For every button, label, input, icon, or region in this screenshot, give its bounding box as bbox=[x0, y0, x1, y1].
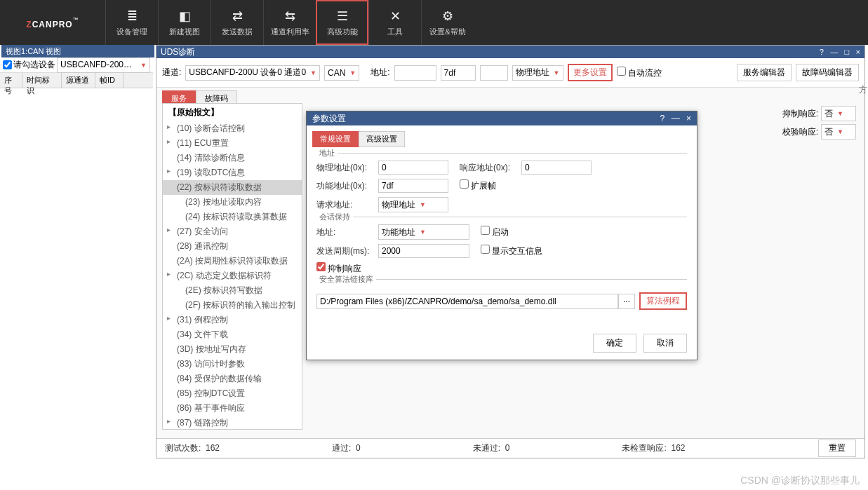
topbar-label: 通道利用率 bbox=[271, 27, 309, 37]
resp-addr-input[interactable] bbox=[521, 161, 592, 175]
tree-header: 【原始报文】 bbox=[163, 104, 302, 121]
suppress-resp-checkbox[interactable]: 抑制响应 bbox=[316, 262, 361, 275]
app-logo: ZCANPRO™ bbox=[0, 0, 105, 45]
device-filter-row: 请勾选设备 USBCANFD-200U 设备0 通道0▼ bbox=[0, 57, 153, 73]
tree-item-2[interactable]: (14) 清除诊断信息 bbox=[163, 151, 302, 165]
session-addr-select[interactable]: 功能地址▼ bbox=[378, 224, 469, 240]
service-editor-button[interactable]: 服务编辑器 bbox=[737, 64, 792, 81]
func-addr-input[interactable] bbox=[378, 179, 448, 193]
channel-select[interactable]: USBCANFD-200U 设备0 通道0▼ bbox=[185, 65, 320, 81]
topbar-label: 工具 bbox=[387, 27, 403, 37]
topbar-label: 发送数据 bbox=[222, 27, 253, 37]
suppress-response-select[interactable]: 否▼ bbox=[821, 106, 856, 121]
topbar-btn-5[interactable]: ✕工具 bbox=[368, 0, 421, 45]
algo-example-button[interactable]: 算法例程 bbox=[639, 292, 687, 310]
topbar-icon: ⇆ bbox=[285, 8, 295, 24]
req-addr-select[interactable]: 物理地址▼ bbox=[378, 197, 448, 212]
help-icon[interactable]: ? bbox=[820, 48, 824, 56]
col-index: 序号 bbox=[0, 73, 22, 88]
maximize-icon[interactable]: □ bbox=[845, 48, 850, 56]
verify-response-row: 校验响应: 否▼ bbox=[782, 124, 856, 139]
tree-item-6[interactable]: (24) 按标识符读取换算数据 bbox=[163, 210, 302, 224]
topbar-btn-1[interactable]: ◧新建视图 bbox=[158, 0, 211, 45]
close-icon[interactable]: × bbox=[856, 48, 860, 56]
ok-button[interactable]: 确定 bbox=[593, 334, 636, 353]
addr-type-select[interactable]: 物理地址▼ bbox=[512, 65, 563, 81]
show-interact-checkbox[interactable]: 显示交互信息 bbox=[481, 245, 542, 257]
dll-path-input[interactable] bbox=[316, 294, 618, 309]
topbar-btn-4[interactable]: ☰高级功能 bbox=[316, 0, 368, 45]
device-filter-checkbox[interactable] bbox=[3, 60, 12, 69]
browse-button[interactable]: ... bbox=[618, 294, 635, 309]
tab-advanced-settings[interactable]: 高级设置 bbox=[359, 131, 405, 147]
protocol-select[interactable]: CAN▼ bbox=[324, 65, 359, 81]
phys-addr-input[interactable] bbox=[378, 161, 448, 175]
uds-toolbar: 通道: USBCANFD-200U 设备0 通道0▼ CAN▼ 地址: 物理地址… bbox=[156, 58, 864, 88]
top-toolbar: ZCANPRO™ ≣设备管理◧新建视图⇄发送数据⇆通道利用率☰高级功能✕工具⚙设… bbox=[0, 0, 868, 45]
side-tab[interactable]: 方 bbox=[858, 84, 868, 96]
topbar-icon: ⇄ bbox=[232, 8, 243, 24]
tree-item-18[interactable]: (85) 控制DTC设置 bbox=[163, 386, 302, 401]
start-checkbox[interactable]: 启动 bbox=[481, 226, 509, 238]
topbar-btn-3[interactable]: ⇆通道利用率 bbox=[263, 0, 316, 45]
topbar-label: 新建视图 bbox=[169, 27, 200, 37]
addr-label: 地址: bbox=[370, 67, 389, 79]
view-title-bar: 视图1:CAN 视图 bbox=[1, 45, 154, 57]
left-panel: 请勾选设备 USBCANFD-200U 设备0 通道0▼ 序号 时间标识 源通道… bbox=[0, 57, 153, 88]
tree-item-7[interactable]: (27) 安全访问 bbox=[163, 224, 302, 239]
uds-status-bar: 测试次数: 162 通过: 0 未通过: 0 未检查响应: 162 重置 bbox=[156, 438, 864, 458]
addr-input-2[interactable] bbox=[441, 65, 476, 81]
dialog-title-bar[interactable]: 参数设置 ? — × bbox=[307, 111, 697, 125]
topbar-label: 高级功能 bbox=[327, 27, 358, 37]
minimize-icon[interactable]: — bbox=[830, 48, 838, 56]
dialog-close-icon[interactable]: × bbox=[686, 114, 691, 123]
verify-response-select[interactable]: 否▼ bbox=[821, 124, 856, 139]
dialog-help-icon[interactable]: ? bbox=[660, 114, 665, 123]
tree-item-15[interactable]: (3D) 按地址写内存 bbox=[163, 342, 302, 357]
topbar-btn-2[interactable]: ⇄发送数据 bbox=[211, 0, 263, 45]
auto-flow-checkbox[interactable]: 自动流控 bbox=[617, 67, 662, 79]
tree-item-10[interactable]: (2C) 动态定义数据标识符 bbox=[163, 268, 302, 283]
tree-item-12[interactable]: (2F) 按标识符的输入输出控制 bbox=[163, 298, 302, 313]
period-input[interactable] bbox=[378, 244, 469, 258]
dtc-editor-button[interactable]: 故障码编辑器 bbox=[796, 64, 859, 81]
addr-input-1[interactable] bbox=[394, 65, 436, 81]
dialog-minimize-icon[interactable]: — bbox=[672, 114, 680, 123]
topbar-btn-6[interactable]: ⚙设置&帮助 bbox=[421, 0, 474, 45]
uds-title-bar: UDS诊断 ? — □ × bbox=[156, 46, 864, 58]
tree-item-3[interactable]: (19) 读取DTC信息 bbox=[163, 165, 302, 180]
tree-item-5[interactable]: (23) 按地址读取内容 bbox=[163, 195, 302, 210]
service-tree[interactable]: 【原始报文】 (10) 诊断会话控制(11) ECU重置(14) 清除诊断信息(… bbox=[162, 103, 302, 430]
tree-item-0[interactable]: (10) 诊断会话控制 bbox=[163, 121, 302, 136]
channel-label: 通道: bbox=[162, 67, 181, 79]
tab-basic-settings[interactable]: 常规设置 bbox=[312, 131, 359, 147]
tree-item-4[interactable]: (22) 按标识符读取数据 bbox=[163, 180, 302, 195]
topbar-icon: ⚙ bbox=[442, 8, 453, 24]
tree-item-17[interactable]: (84) 受保护的数据传输 bbox=[163, 372, 302, 386]
tree-item-8[interactable]: (28) 通讯控制 bbox=[163, 239, 302, 254]
tree-item-14[interactable]: (34) 文件下载 bbox=[163, 327, 302, 342]
topbar-icon: ◧ bbox=[179, 8, 191, 24]
tree-item-1[interactable]: (11) ECU重置 bbox=[163, 136, 302, 151]
addr-input-3[interactable] bbox=[480, 65, 508, 81]
ext-frame-checkbox[interactable]: 扩展帧 bbox=[460, 179, 496, 192]
cancel-button[interactable]: 取消 bbox=[643, 334, 687, 353]
watermark: CSDN @诊断协议那些事儿 bbox=[740, 475, 860, 487]
device-filter-select[interactable]: USBCANFD-200U 设备0 通道0▼ bbox=[57, 57, 150, 73]
tree-item-19[interactable]: (86) 基于事件响应 bbox=[163, 401, 302, 416]
topbar-btn-0[interactable]: ≣设备管理 bbox=[105, 0, 158, 45]
topbar-icon: ≣ bbox=[127, 8, 138, 24]
reset-button[interactable]: 重置 bbox=[818, 440, 856, 457]
tree-item-13[interactable]: (31) 例程控制 bbox=[163, 313, 302, 327]
tree-item-11[interactable]: (2E) 按标识符写数据 bbox=[163, 283, 302, 298]
topbar-icon: ✕ bbox=[390, 8, 401, 24]
suppress-response-row: 抑制响应: 否▼ bbox=[782, 106, 856, 121]
topbar-icon: ☰ bbox=[337, 8, 348, 24]
tree-item-16[interactable]: (83) 访问计时参数 bbox=[163, 357, 302, 372]
group-algo: 安全算法链接库 ... 算法例程 bbox=[316, 279, 687, 310]
topbar-label: 设备管理 bbox=[116, 27, 147, 37]
col-time: 时间标识 bbox=[22, 73, 62, 88]
tree-item-9[interactable]: (2A) 按周期性标识符读取数据 bbox=[163, 254, 302, 268]
tree-item-20[interactable]: (87) 链路控制 bbox=[163, 416, 302, 430]
more-settings-button[interactable]: 更多设置 bbox=[568, 64, 613, 81]
